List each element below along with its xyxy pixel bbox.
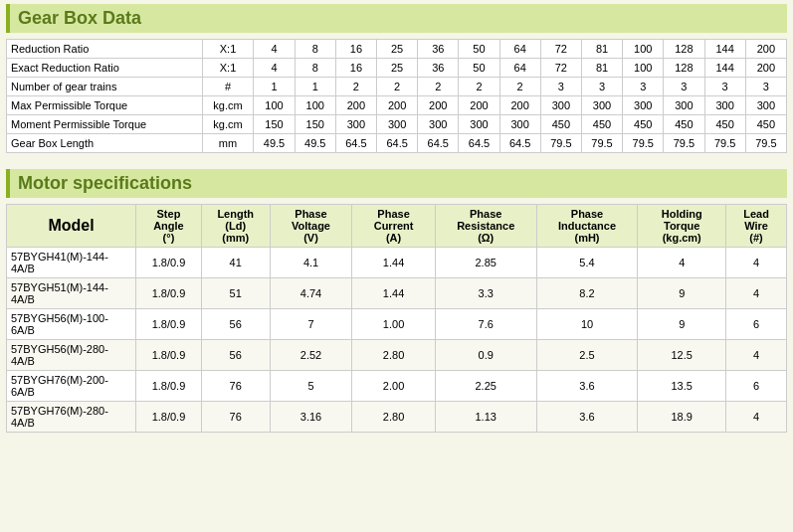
gear-row-value: 79.5 [623,134,664,153]
gear-row-value: 200 [335,96,376,115]
phase-voltage-cell: 3.16 [270,402,352,433]
motor-table-row: 57BYGH41(M)-144-4A/B1.8/0.9414.11.442.85… [7,248,787,278]
gear-row-value: 79.5 [704,134,745,153]
motor-header-row-1: Model Step Angle (°) Length (Ld) (mm) Ph… [7,205,787,248]
holding-torque-header: Holding Torque (kg.cm) [638,205,726,248]
lead-wire-cell: 6 [726,371,787,402]
lead-wire-cell: 4 [726,278,787,309]
gear-row-value: 150 [295,115,335,134]
gear-row-value: 3 [704,78,745,96]
gear-row-value: 144 [704,59,745,78]
gear-box-table: Reduction RatioX:14816253650647281100128… [6,39,787,153]
gear-row-value: 79.5 [745,134,786,153]
model-cell: 57BYGH76(M)-200-6A/B [7,371,136,402]
step-angle-cell: 1.8/0.9 [136,340,202,371]
gear-table-row: Max Permissible Torquekg.cm1001002002002… [7,96,787,115]
gear-row-value: 300 [540,96,581,115]
gear-row-value: 300 [623,96,664,115]
gear-table-row: Moment Permissible Torquekg.cm1501503003… [7,115,787,134]
phase-inductance-cell: 3.6 [536,402,638,433]
phase-current-header: Phase Current (A) [352,205,435,248]
gear-row-label: Exact Reduction Ratio [7,59,203,78]
gear-row-value: 450 [540,115,581,134]
gear-row-label: Reduction Ratio [7,40,203,59]
length-cell: 56 [201,340,270,371]
gear-row-value: 2 [377,78,418,96]
gear-row-value: 450 [704,115,745,134]
phase-current-cell: 2.00 [352,371,435,402]
gear-table-row: Gear Box Lengthmm49.549.564.564.564.564.… [7,134,787,153]
gear-table-row: Number of gear trains#1122222333333 [7,78,787,96]
gear-row-value: 8 [295,59,335,78]
gear-box-title: Gear Box Data [6,4,787,33]
phase-voltage-cell: 5 [270,371,352,402]
gear-row-value: 72 [540,40,581,59]
gear-row-unit: X:1 [202,40,254,59]
gear-row-value: 200 [377,96,418,115]
gear-row-value: 16 [335,59,376,78]
length-cell: 76 [201,402,270,433]
gear-row-value: 64.5 [377,134,418,153]
step-angle-cell: 1.8/0.9 [136,309,202,340]
gear-row-value: 4 [254,40,295,59]
phase-current-cell: 2.80 [352,402,435,433]
gear-row-value: 72 [540,59,581,78]
length-cell: 51 [201,278,270,309]
gear-row-label: Moment Permissible Torque [7,115,203,134]
gear-row-value: 79.5 [664,134,704,153]
phase-current-cell: 1.44 [352,278,435,309]
gear-row-value: 50 [459,40,499,59]
gear-row-value: 64.5 [418,134,459,153]
gear-row-value: 450 [623,115,664,134]
model-cell: 57BYGH41(M)-144-4A/B [7,248,136,278]
gear-row-value: 49.5 [295,134,335,153]
lead-wire-cell: 4 [726,248,787,278]
gear-row-value: 2 [418,78,459,96]
gear-table-row: Exact Reduction RatioX:14816253650647281… [7,59,787,78]
gear-row-value: 450 [745,115,786,134]
gear-row-value: 79.5 [581,134,622,153]
gear-row-value: 450 [581,115,622,134]
gear-row-value: 200 [418,96,459,115]
phase-inductance-cell: 3.6 [536,371,638,402]
gear-row-value: 200 [459,96,499,115]
motor-title: Motor specifications [6,169,787,198]
phase-voltage-header: Phase Voltage (V) [270,205,352,248]
motor-section: Motor specifications Model Step Angle (°… [0,161,793,441]
phase-current-cell: 2.80 [352,340,435,371]
gear-row-value: 64.5 [459,134,499,153]
phase-inductance-cell: 5.4 [536,248,638,278]
holding-torque-cell: 4 [638,248,726,278]
gear-row-unit: kg.cm [202,96,254,115]
gear-row-value: 25 [377,40,418,59]
gear-row-value: 36 [418,59,459,78]
gear-row-value: 1 [295,78,335,96]
gear-row-value: 128 [664,59,704,78]
phase-resistance-header: Phase Resistance (Ω) [435,205,536,248]
gear-row-value: 3 [745,78,786,96]
gear-row-unit: kg.cm [202,115,254,134]
gear-row-value: 300 [459,115,499,134]
phase-voltage-cell: 4.1 [270,248,352,278]
step-angle-cell: 1.8/0.9 [136,248,202,278]
gear-row-value: 100 [623,59,664,78]
gear-row-label: Gear Box Length [7,134,203,153]
phase-voltage-cell: 7 [270,309,352,340]
gear-row-label: Max Permissible Torque [7,96,203,115]
gear-row-value: 2 [499,78,540,96]
model-header: Model [7,205,136,248]
gear-row-value: 100 [623,40,664,59]
gear-row-value: 2 [459,78,499,96]
gear-box-section: Gear Box Data Reduction RatioX:148162536… [0,0,793,161]
gear-row-unit: mm [202,134,254,153]
gear-row-unit: X:1 [202,59,254,78]
model-cell: 57BYGH51(M)-144-4A/B [7,278,136,309]
length-cell: 41 [201,248,270,278]
gear-row-value: 300 [704,96,745,115]
step-angle-header: Step Angle (°) [136,205,202,248]
step-angle-cell: 1.8/0.9 [136,278,202,309]
gear-row-value: 450 [664,115,704,134]
gear-row-value: 3 [664,78,704,96]
gear-row-label: Number of gear trains [7,78,203,96]
motor-table: Model Step Angle (°) Length (Ld) (mm) Ph… [6,204,787,433]
